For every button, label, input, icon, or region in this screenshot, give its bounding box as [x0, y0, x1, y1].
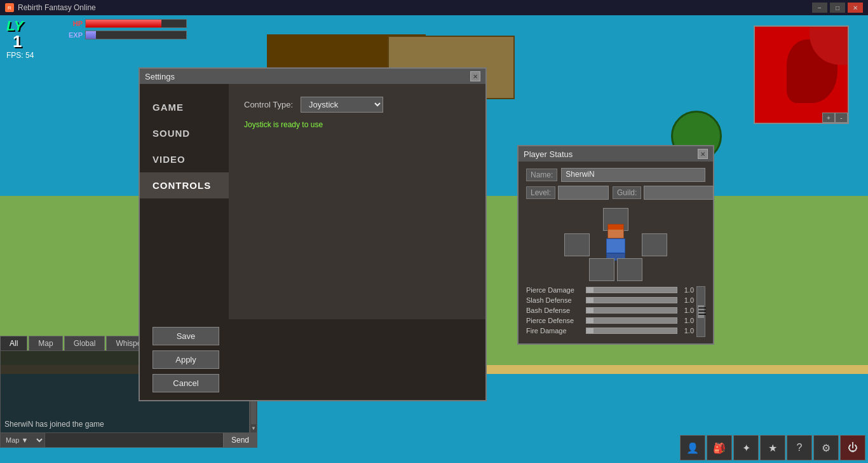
- ps-guild-label: Guild:: [613, 186, 641, 199]
- player-status-window: Player Status ✕ Name: SherwiN Level: Gui…: [517, 145, 714, 345]
- settings-tab-game[interactable]: GAME: [140, 94, 229, 120]
- quests-button[interactable]: ★: [760, 435, 785, 460]
- ps-sprite-area: [526, 205, 705, 281]
- joystick-status: Joystick is ready to use: [244, 120, 470, 129]
- minimize-button[interactable]: −: [812, 3, 827, 13]
- ps-stat-name: Slash Defense: [526, 296, 583, 304]
- ps-stat-fill: [587, 298, 593, 303]
- help-button[interactable]: ?: [787, 435, 812, 460]
- ps-stat-bar: [586, 287, 677, 293]
- ps-character-sprite: [604, 224, 627, 261]
- ps-name-value: SherwiN: [561, 168, 705, 182]
- ps-stat-name: Pierce Damage: [526, 286, 583, 294]
- player-name-hud: LY 1: [6, 18, 23, 52]
- ps-scroll-handle: ☰: [698, 305, 704, 318]
- ps-stat-fill: [587, 308, 593, 313]
- settings-title: Settings: [145, 72, 175, 81]
- ps-level-value: [558, 186, 609, 200]
- slot-feet-right: [617, 258, 642, 281]
- minimap: + -: [754, 25, 849, 124]
- app-icon: R: [5, 3, 14, 12]
- ps-stats-scrollbar[interactable]: ☰: [696, 286, 705, 337]
- chat-send-button[interactable]: Send: [223, 433, 257, 447]
- slot-feet-left: [589, 258, 614, 281]
- exp-bar-row: EXP: [64, 31, 187, 39]
- maximize-button[interactable]: □: [830, 3, 845, 13]
- ps-stat-value: 1.0: [680, 286, 694, 294]
- chat-scroll-down[interactable]: ▼: [251, 425, 256, 431]
- ps-stat-row: Pierce Defense 1.0: [526, 317, 694, 324]
- ps-stat-fill: [587, 287, 593, 293]
- logout-button[interactable]: ⏻: [840, 435, 865, 460]
- skills-button[interactable]: ✦: [733, 435, 759, 460]
- player-status-title: Player Status: [524, 149, 573, 159]
- settings-tab-sound[interactable]: SOUND: [140, 120, 229, 146]
- hp-bar-fill: [86, 20, 161, 27]
- window-controls: − □ ✕: [812, 3, 863, 13]
- control-type-select[interactable]: Keyboard Joystick Touch: [301, 97, 383, 113]
- settings-footer: Save Apply Cancel: [140, 319, 485, 400]
- ps-stat-row: Fire Damage 1.0: [526, 327, 694, 335]
- chat-tab-all[interactable]: All: [0, 336, 27, 350]
- minimap-content: [755, 27, 848, 123]
- minimap-controls: + -: [822, 113, 848, 123]
- player-status-close-button[interactable]: ✕: [698, 149, 708, 159]
- ps-stat-bar: [586, 328, 677, 334]
- settings-tab-controls[interactable]: CONTROLS: [140, 172, 229, 198]
- ps-stat-bar: [586, 307, 677, 314]
- ps-level-guild-row: Level: Guild:: [526, 186, 705, 200]
- ps-guild-group: Guild:: [613, 186, 714, 200]
- ps-stat-value: 1.0: [680, 307, 694, 314]
- hp-exp-bars: HP EXP: [64, 19, 187, 39]
- bottom-toolbar: 👤 🎒 ✦ ★ ? ⚙ ⏻: [677, 432, 868, 463]
- ps-stat-name: Fire Damage: [526, 327, 583, 335]
- chat-tab-global[interactable]: Global: [64, 336, 105, 350]
- char-body: [606, 238, 625, 253]
- app-title: Rebirth Fantasy Online: [18, 3, 96, 12]
- exp-bar-fill: [86, 31, 96, 39]
- char-head: [607, 224, 624, 238]
- slot-left-hand: [564, 233, 590, 256]
- settings-sidebar: GAME SOUND VIDEO CONTROLS: [140, 84, 229, 319]
- fps-counter: FPS: 54: [6, 51, 34, 60]
- settings-tab-video[interactable]: VIDEO: [140, 146, 229, 172]
- ps-name-row: Name: SherwiN: [526, 168, 705, 182]
- ps-guild-value: [644, 186, 714, 200]
- inventory-button[interactable]: 🎒: [707, 435, 732, 460]
- ps-name-label: Name:: [526, 169, 557, 181]
- save-button[interactable]: Save: [153, 327, 219, 345]
- chat-message-1: SherwiN has joined the game: [4, 420, 245, 429]
- ps-stat-row: Slash Defense 1.0: [526, 296, 694, 304]
- close-window-button[interactable]: ✕: [848, 3, 863, 13]
- ps-stat-row: Pierce Damage 1.0: [526, 286, 694, 294]
- cancel-button[interactable]: Cancel: [153, 374, 219, 392]
- ps-level-group: Level:: [526, 186, 609, 200]
- settings-close-button[interactable]: ✕: [470, 71, 480, 81]
- ps-stat-row: Bash Defense 1.0: [526, 307, 694, 314]
- ps-stat-value: 1.0: [680, 296, 694, 304]
- settings-title-bar: Settings ✕: [140, 69, 485, 84]
- chat-input[interactable]: [45, 433, 223, 447]
- minimap-minus-button[interactable]: -: [835, 113, 848, 123]
- control-type-row: Control Type: Keyboard Joystick Touch: [244, 97, 470, 113]
- settings-dialog: Settings ✕ GAME SOUND VIDEO CONTROLS Con…: [139, 67, 487, 401]
- title-bar-left: R Rebirth Fantasy Online: [5, 3, 96, 12]
- chat-tab-map[interactable]: Map: [29, 336, 62, 350]
- settings-content: Control Type: Keyboard Joystick Touch Jo…: [229, 84, 485, 319]
- apply-button[interactable]: Apply: [153, 350, 219, 369]
- character-button[interactable]: 👤: [680, 435, 705, 460]
- chat-channel-select[interactable]: Map ▼ Global All Whisper: [1, 433, 45, 447]
- hp-bar-outer: [85, 19, 187, 28]
- settings-body: GAME SOUND VIDEO CONTROLS Control Type: …: [140, 84, 485, 319]
- control-type-label: Control Type:: [244, 100, 293, 109]
- slot-right-hand: [642, 233, 667, 256]
- ps-stat-name: Bash Defense: [526, 307, 583, 314]
- ps-stat-bar: [586, 297, 677, 303]
- ps-level-label: Level:: [526, 186, 555, 199]
- title-bar: R Rebirth Fantasy Online − □ ✕: [0, 0, 868, 15]
- settings-toolbar-button[interactable]: ⚙: [813, 435, 839, 460]
- player-status-title-bar: Player Status ✕: [519, 146, 713, 162]
- player-status-body: Name: SherwiN Level: Guild:: [519, 162, 713, 343]
- hp-label: HP: [64, 20, 83, 27]
- minimap-plus-button[interactable]: +: [822, 113, 835, 123]
